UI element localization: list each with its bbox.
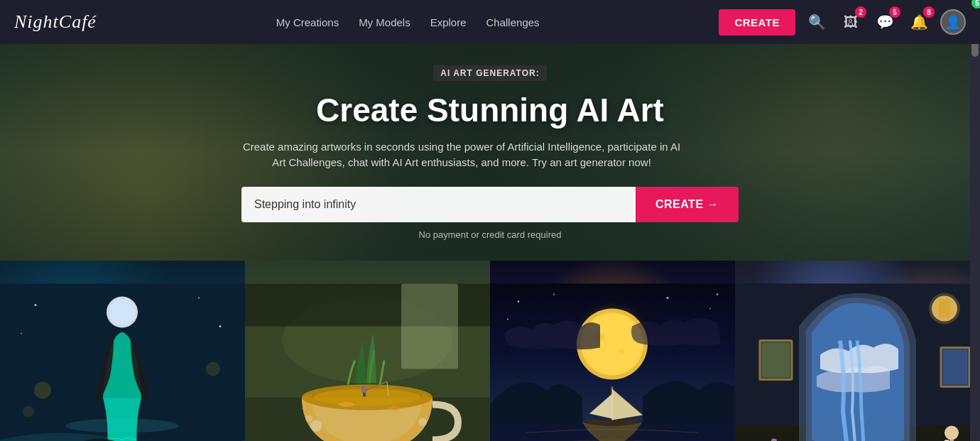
svg-point-11	[23, 406, 34, 418]
svg-point-12	[206, 362, 220, 376]
svg-point-10	[34, 382, 51, 399]
nav-links: My Creations My Models Explore Challenge…	[276, 16, 540, 28]
svg-point-7	[198, 298, 200, 299]
nav-explore[interactable]: Explore	[430, 16, 467, 28]
svg-point-6	[35, 304, 37, 306]
svg-point-9	[21, 333, 22, 334]
hero-prompt-input[interactable]	[241, 187, 636, 222]
user-avatar[interactable]: 👤 5	[940, 9, 966, 35]
svg-point-42	[507, 319, 508, 320]
hero-title: Create Stunning AI Art	[241, 91, 739, 129]
search-icon: 🔍	[808, 13, 826, 31]
svg-rect-53	[943, 350, 967, 385]
navbar: NightCafé My Creations My Models Explore…	[0, 0, 980, 44]
svg-point-28	[418, 418, 427, 427]
svg-point-43	[717, 293, 718, 295]
svg-rect-17	[401, 284, 458, 369]
svg-point-41	[709, 308, 711, 310]
svg-point-26	[310, 420, 322, 432]
avatar-badge: 5	[971, 0, 980, 9]
chat-button[interactable]: 💬 5	[872, 9, 898, 35]
nav-my-creations[interactable]: My Creations	[276, 16, 339, 28]
gallery-badge: 2	[855, 6, 866, 18]
svg-rect-23	[363, 393, 366, 397]
gallery-button[interactable]: 🖼 2	[838, 9, 864, 35]
svg-point-39	[553, 294, 555, 295]
gallery-icon: 🖼	[844, 14, 858, 31]
svg-point-49	[929, 293, 960, 325]
bell-button[interactable]: 🔔 8	[906, 9, 932, 35]
hero-subtitle: Create amazing artworks in seconds using…	[241, 139, 682, 171]
nav-challenges[interactable]: Challenges	[486, 16, 540, 28]
svg-point-19	[314, 389, 420, 406]
gallery-image-sailboat	[490, 261, 735, 441]
gallery-item-teacup[interactable]: ♥ 5509 💬 373 🖼 4	[245, 261, 490, 441]
create-button-nav[interactable]: CREATE	[719, 9, 795, 36]
svg-point-35	[619, 349, 624, 354]
gallery: ♥ 5762 💬 335	[0, 261, 980, 441]
hero-tag: AI ART GENERATOR:	[433, 65, 546, 81]
chat-badge: 5	[889, 6, 900, 18]
scrollbar[interactable]	[970, 0, 980, 441]
hero-section: AI ART GENERATOR: Create Stunning AI Art…	[0, 44, 980, 261]
svg-point-54	[944, 426, 959, 440]
gallery-item-mermaid[interactable]: ♥ 5762 💬 335	[0, 261, 245, 441]
gallery-image-mermaid	[0, 261, 245, 441]
gallery-item-sailboat[interactable]: ♥ 5215 💬 447 🖼 3	[490, 261, 735, 441]
hero-create-button[interactable]: CREATE →	[636, 187, 739, 222]
svg-point-27	[305, 415, 312, 423]
svg-point-8	[219, 325, 222, 327]
svg-point-38	[518, 300, 519, 302]
hero-note: No payment or credit card required	[241, 229, 739, 240]
svg-rect-51	[762, 343, 790, 378]
logo[interactable]: NightCafé	[14, 11, 97, 33]
hero-content: AI ART GENERATOR: Create Stunning AI Art…	[241, 65, 739, 240]
svg-point-2	[109, 300, 135, 325]
avatar-icon: 👤	[945, 14, 961, 30]
gallery-image-teacup	[245, 261, 490, 441]
gallery-item-fantasy[interactable]: ♥ 5082 💬 450 🖼 2	[735, 261, 980, 441]
navbar-actions: CREATE 🔍 🖼 2 💬 5 🔔 8 👤 5	[719, 9, 966, 36]
gallery-image-fantasy	[735, 261, 980, 441]
nav-my-models[interactable]: My Models	[359, 16, 410, 28]
svg-point-40	[667, 297, 669, 299]
hero-form: CREATE →	[241, 187, 739, 222]
bell-badge: 8	[923, 6, 935, 18]
svg-point-22	[361, 386, 368, 393]
search-button[interactable]: 🔍	[804, 9, 829, 35]
